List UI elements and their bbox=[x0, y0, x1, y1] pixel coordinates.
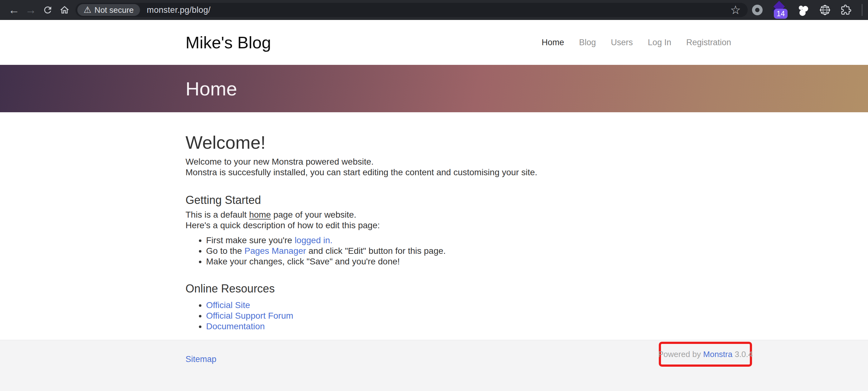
home-icon bbox=[59, 5, 70, 15]
nav-item-registration[interactable]: Registration bbox=[686, 38, 731, 48]
forward-icon: → bbox=[25, 3, 36, 17]
gs-line1-post: page of your website. bbox=[271, 210, 356, 219]
toolbar-extensions-area: 14 bbox=[752, 2, 862, 18]
list-item: Official Site bbox=[206, 300, 731, 310]
annotation-red-box: Powered by Monstra 3.0.4 bbox=[659, 342, 752, 367]
main-navigation: Home Blog Users Log In Registration bbox=[541, 38, 731, 48]
official-support-forum-link[interactable]: Official Support Forum bbox=[206, 311, 293, 321]
header-inner: Mike's Blog Home Blog Users Log In Regis… bbox=[186, 33, 731, 52]
online-resources-list: Official Site Official Support Forum Doc… bbox=[186, 300, 731, 332]
powered-prefix: Powered by bbox=[658, 350, 703, 359]
globe-icon[interactable] bbox=[819, 4, 831, 16]
documentation-link[interactable]: Documentation bbox=[206, 322, 265, 331]
step-text: Go to the bbox=[206, 246, 244, 256]
nav-item-blog[interactable]: Blog bbox=[579, 38, 596, 48]
url-text[interactable]: monster.pg/blog/ bbox=[147, 5, 211, 15]
getting-started-heading: Getting Started bbox=[186, 193, 731, 207]
powered-by-text: Powered by Monstra 3.0.4 bbox=[658, 350, 753, 359]
list-item: Go to the Pages Manager and click "Edit"… bbox=[206, 246, 731, 256]
nav-item-users[interactable]: Users bbox=[611, 38, 633, 48]
forward-button[interactable]: → bbox=[23, 2, 39, 19]
welcome-heading: Welcome! bbox=[186, 132, 731, 153]
getting-started-line-1: This is a default home page of your webs… bbox=[186, 210, 731, 220]
monstra-link[interactable]: Monstra bbox=[703, 350, 733, 359]
step-text: and click "Edit" button for this page. bbox=[306, 246, 446, 256]
page-title: Home bbox=[186, 78, 237, 100]
step-text: First make sure you're bbox=[206, 235, 294, 245]
getting-started-list: First make sure you're logged in. Go to … bbox=[186, 235, 731, 267]
list-item: Official Support Forum bbox=[206, 310, 731, 321]
security-chip-label: Not secure bbox=[94, 5, 134, 15]
getting-started-line-2: Here's a quick description of how to edi… bbox=[186, 220, 731, 231]
extension-ring-icon[interactable] bbox=[752, 5, 763, 15]
powered-version: 3.0.4 bbox=[733, 350, 753, 359]
warning-icon: ⚠ bbox=[84, 6, 91, 14]
logged-in-link[interactable]: logged in. bbox=[294, 235, 332, 245]
main-content: Welcome! Welcome to your new Monstra pow… bbox=[0, 112, 731, 332]
bookmark-star-icon[interactable]: ☆ bbox=[730, 4, 741, 16]
gs-line1-underlined: home bbox=[249, 210, 271, 219]
intro-line-2: Monstra is succesfully installed, you ca… bbox=[186, 167, 731, 178]
reload-icon bbox=[42, 5, 53, 15]
back-button[interactable]: ← bbox=[6, 2, 23, 19]
extension-count-badge: 14 bbox=[774, 9, 787, 19]
security-chip[interactable]: ⚠ Not secure bbox=[77, 4, 140, 16]
back-icon: ← bbox=[8, 3, 20, 17]
gs-line1-pre: This is a default bbox=[186, 210, 249, 219]
online-resources-heading: Online Resources bbox=[186, 282, 731, 296]
official-site-link[interactable]: Official Site bbox=[206, 300, 250, 310]
extensions-puzzle-icon[interactable] bbox=[840, 4, 852, 16]
sitemap-link[interactable]: Sitemap bbox=[186, 355, 216, 364]
list-item: First make sure you're logged in. bbox=[206, 235, 731, 246]
browser-toolbar: ← → ⚠ Not secure monster.pg/blog/ ☆ 14 bbox=[0, 0, 868, 20]
nav-item-home[interactable]: Home bbox=[541, 38, 564, 48]
site-header: Mike's Blog Home Blog Users Log In Regis… bbox=[0, 20, 868, 65]
toolbar-separator bbox=[862, 4, 862, 16]
extension-dots-icon[interactable] bbox=[796, 3, 810, 17]
nav-item-login[interactable]: Log In bbox=[648, 38, 671, 48]
extension-purple-icon[interactable]: 14 bbox=[771, 2, 787, 18]
page-footer: Sitemap Powered by Monstra 3.0.4 bbox=[0, 340, 868, 391]
hero-banner: Home bbox=[0, 65, 868, 112]
list-item: Documentation bbox=[206, 321, 731, 332]
intro-line-1: Welcome to your new Monstra powered webs… bbox=[186, 156, 731, 167]
list-item: Make your changes, click "Save" and you'… bbox=[206, 256, 731, 267]
pages-manager-link[interactable]: Pages Manager bbox=[244, 246, 306, 256]
step-text: Make your changes, click "Save" and you'… bbox=[206, 257, 400, 266]
home-button[interactable] bbox=[56, 2, 73, 19]
site-title[interactable]: Mike's Blog bbox=[186, 33, 271, 52]
address-bar[interactable]: ⚠ Not secure monster.pg/blog/ ☆ bbox=[75, 3, 748, 17]
reload-button[interactable] bbox=[39, 2, 56, 19]
